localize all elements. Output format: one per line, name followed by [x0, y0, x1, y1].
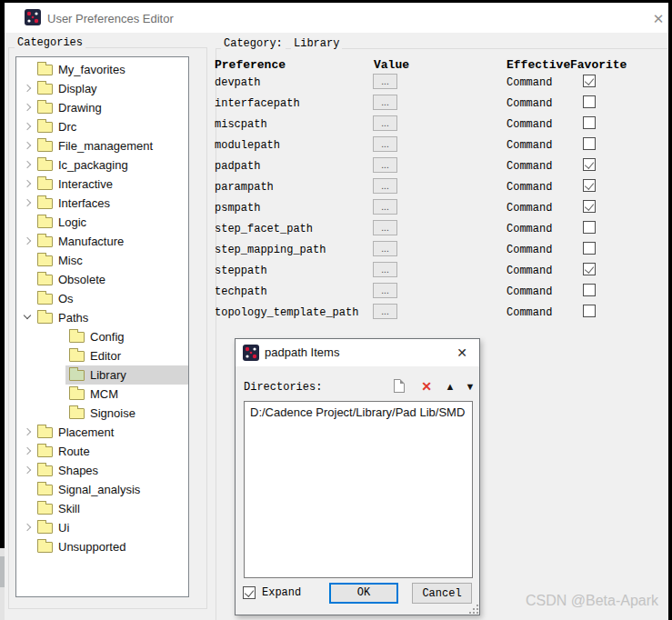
- chevron-icon[interactable]: [23, 122, 34, 133]
- chevron-icon[interactable]: [23, 103, 34, 114]
- value-ellipsis-button[interactable]: ...: [373, 199, 397, 215]
- tree-item[interactable]: Library: [16, 365, 188, 385]
- favorite-checkbox[interactable]: [583, 200, 596, 213]
- cancel-button[interactable]: Cancel: [412, 583, 472, 604]
- preference-name: step_mapping_path: [215, 244, 326, 256]
- folder-icon: [37, 198, 53, 209]
- tree-item[interactable]: Logic: [16, 213, 188, 232]
- tree-item[interactable]: My_favorites: [16, 60, 188, 79]
- chevron-icon[interactable]: [23, 255, 34, 266]
- move-down-button[interactable]: ▼: [461, 377, 479, 395]
- tree-item[interactable]: Signoise: [16, 404, 188, 423]
- tree-item[interactable]: Drawing: [16, 98, 188, 117]
- favorite-checkbox[interactable]: [583, 95, 596, 108]
- tree-item-label: Drc: [58, 120, 76, 134]
- tree-item[interactable]: Drc: [16, 117, 188, 136]
- chevron-icon[interactable]: [55, 389, 65, 400]
- favorite-checkbox[interactable]: [583, 179, 596, 192]
- tree-item[interactable]: Obsolete: [16, 270, 188, 289]
- tree-item[interactable]: Manufacture: [16, 232, 188, 251]
- value-ellipsis-button[interactable]: ...: [373, 304, 397, 319]
- chevron-icon[interactable]: [55, 408, 65, 419]
- titlebar: User Preferences Editor ✕: [5, 3, 668, 33]
- effective-value: Command: [507, 181, 552, 194]
- favorite-checkbox[interactable]: [583, 116, 596, 129]
- new-item-button[interactable]: [390, 377, 408, 395]
- categories-tree[interactable]: My_favorites Display Drawing Drc File_ma…: [15, 56, 189, 597]
- value-ellipsis-button[interactable]: ...: [373, 115, 397, 131]
- chevron-icon[interactable]: [23, 179, 34, 190]
- tree-item[interactable]: Os: [16, 289, 188, 308]
- value-ellipsis-button[interactable]: ...: [373, 283, 397, 298]
- tree-item-label: Drawing: [58, 101, 102, 115]
- tree-item[interactable]: File_management: [16, 136, 188, 155]
- chevron-icon[interactable]: [23, 465, 34, 476]
- chevron-icon[interactable]: [23, 485, 34, 495]
- tree-item[interactable]: Ic_packaging: [16, 155, 188, 175]
- category-value: Library: [291, 37, 342, 50]
- tree-item[interactable]: Paths: [16, 308, 188, 327]
- expand-checkbox[interactable]: [243, 586, 256, 599]
- value-ellipsis-button[interactable]: ...: [373, 157, 397, 173]
- favorite-checkbox[interactable]: [583, 75, 596, 87]
- value-ellipsis-button[interactable]: ...: [373, 95, 397, 110]
- value-ellipsis-button[interactable]: ...: [373, 74, 397, 89]
- tree-item[interactable]: Config: [16, 327, 188, 346]
- chevron-icon[interactable]: [23, 65, 34, 75]
- favorite-checkbox[interactable]: [583, 137, 596, 150]
- tree-item[interactable]: Editor: [16, 346, 188, 365]
- ok-button[interactable]: OK: [329, 583, 398, 604]
- chevron-icon[interactable]: [23, 446, 34, 457]
- chevron-icon[interactable]: [23, 294, 34, 305]
- chevron-icon[interactable]: [23, 236, 34, 247]
- delete-item-button[interactable]: ✕: [417, 377, 436, 395]
- value-ellipsis-button[interactable]: ...: [373, 220, 397, 235]
- tree-item[interactable]: Display: [16, 79, 188, 98]
- tree-item[interactable]: Route: [16, 442, 188, 461]
- tree-item[interactable]: Unsupported: [16, 537, 188, 556]
- tree-item[interactable]: Placement: [16, 423, 188, 442]
- chevron-icon[interactable]: [23, 84, 34, 95]
- tree-item[interactable]: Skill: [16, 499, 188, 518]
- folder-icon: [37, 122, 53, 133]
- chevron-icon[interactable]: [55, 370, 65, 381]
- chevron-icon[interactable]: [23, 523, 34, 534]
- value-ellipsis-button[interactable]: ...: [373, 241, 397, 256]
- favorite-checkbox[interactable]: [583, 221, 596, 234]
- chevron-icon[interactable]: [23, 313, 34, 324]
- value-ellipsis-button[interactable]: ...: [373, 262, 397, 277]
- move-up-button[interactable]: ▲: [441, 377, 459, 395]
- chevron-icon[interactable]: [55, 351, 65, 362]
- favorite-checkbox[interactable]: [583, 284, 596, 296]
- favorite-checkbox[interactable]: [583, 158, 596, 171]
- dialog-close-icon[interactable]: ✕: [452, 343, 472, 363]
- chevron-icon[interactable]: [23, 275, 34, 285]
- directory-list-item[interactable]: D:/Cadence Project/Library/Pad Lib/SMD: [245, 402, 472, 419]
- chevron-icon[interactable]: [23, 160, 34, 171]
- tree-item[interactable]: Misc: [16, 251, 188, 270]
- favorite-checkbox[interactable]: [583, 242, 596, 255]
- favorite-checkbox[interactable]: [583, 305, 596, 317]
- tree-item[interactable]: Ui: [16, 518, 188, 537]
- chevron-icon[interactable]: [23, 141, 34, 152]
- tree-item[interactable]: MCM: [16, 385, 188, 404]
- chevron-icon[interactable]: [23, 542, 34, 553]
- chevron-icon[interactable]: [23, 198, 34, 209]
- resize-grip[interactable]: [466, 601, 476, 612]
- chevron-icon[interactable]: [23, 504, 34, 515]
- chevron-icon[interactable]: [55, 332, 65, 343]
- value-ellipsis-button[interactable]: ...: [373, 136, 397, 152]
- tree-item[interactable]: Shapes: [16, 461, 188, 480]
- tree-item[interactable]: Interfaces: [16, 194, 188, 213]
- chevron-icon[interactable]: [23, 217, 34, 228]
- directories-listbox[interactable]: D:/Cadence Project/Library/Pad Lib/SMD: [244, 401, 473, 578]
- tree-item[interactable]: Signal_analysis: [16, 480, 188, 499]
- favorite-checkbox[interactable]: [583, 263, 596, 275]
- folder-icon: [37, 504, 53, 515]
- chevron-icon[interactable]: [23, 427, 34, 438]
- value-ellipsis-button[interactable]: ...: [373, 178, 397, 194]
- tree-item-label: Library: [90, 368, 126, 382]
- close-icon[interactable]: ✕: [647, 8, 670, 30]
- folder-icon: [37, 294, 53, 305]
- tree-item[interactable]: Interactive: [16, 175, 188, 194]
